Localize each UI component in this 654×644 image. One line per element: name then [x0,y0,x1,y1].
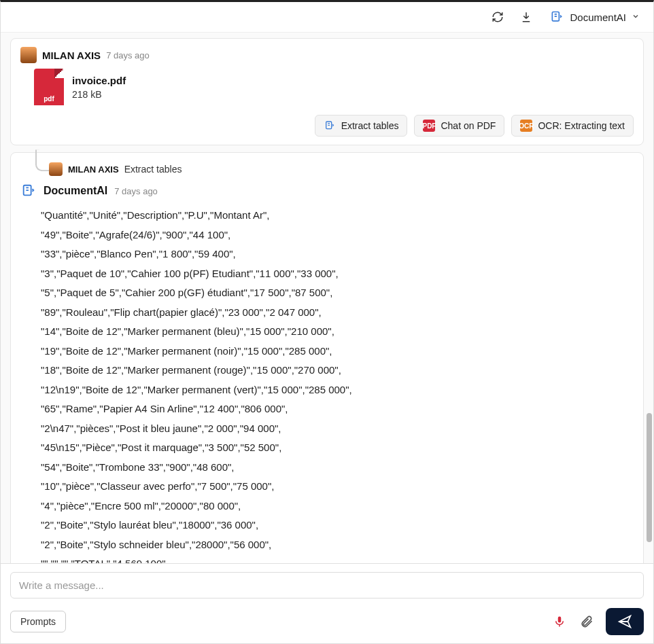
table-row: "2","Boite","Stylo lauréat bleu","18000"… [41,516,634,535]
download-icon[interactable] [515,6,537,28]
top-toolbar: DocumentAI [1,2,653,33]
prompts-button[interactable]: Prompts [10,611,66,632]
bot-reply: MILAN AXIS Extract tables DocumentAI 7 d… [10,152,644,563]
quote-avatar [49,162,63,176]
refresh-icon[interactable] [487,6,509,28]
table-row: "Quantité","Unité","Description","P.U","… [41,206,634,226]
table-row: "2\n47","pièces","Post it bleu jaune","2… [41,419,634,439]
composer: Prompts [1,563,653,643]
model-select[interactable]: DocumentAI [544,7,645,27]
user-message: MILAN AXIS 7 days ago pdf invoice.pdf 21… [10,38,644,145]
table-row: "89","Rouleau","Flip chart(papier glacé)… [41,303,634,323]
send-button[interactable] [606,608,644,635]
microphone-icon[interactable] [551,613,568,630]
chevron-down-icon [632,12,640,22]
bot-name: DocumentAI [44,185,107,197]
table-row: "54","Boite","Trombone 33","900","48 600… [41,458,634,478]
table-row: "19","Boite de 12","Marker permanent (no… [41,342,634,361]
message-timestamp: 7 days ago [106,50,150,60]
ocr-icon: OCR [520,120,532,132]
file-size: 218 kB [72,89,126,100]
file-attachment[interactable]: pdf invoice.pdf 218 kB [34,69,634,105]
chat-pdf-button[interactable]: PDF Chat on PDF [414,115,504,137]
scrollbar-thumb[interactable] [647,413,652,542]
table-row: "18","Boite de 12","Marker permanent (ro… [41,361,634,380]
table-row: "14","Boite de 12","Marker permanent (bl… [41,322,634,342]
bot-body: "Quantité","Unité","Description","P.U","… [41,206,634,563]
table-row: "45\n15","Pièce","Post it marquage","3 5… [41,438,634,458]
table-row: "3","Paquet de 10","Cahier 100 p(PF) Etu… [41,264,634,284]
message-input[interactable] [10,572,644,598]
table-row: "4","pièce","Encre 500 ml","20000","80 0… [41,497,634,516]
extract-tables-button[interactable]: Extract tables [315,115,408,137]
paperclip-icon[interactable] [579,613,595,630]
table-row: "49","Boite","Agrafe(24/6)","900","44 10… [41,226,634,245]
chat-area: MILAN AXIS 7 days ago pdf invoice.pdf 21… [1,33,653,563]
table-row: "12\n19","Boite de 12","Marker permanent… [41,380,634,400]
sender-name: MILAN AXIS [42,50,101,61]
quoted-text: Extract tables [124,164,182,175]
table-row: "33","pièce","Blanco Pen","1 800","59 40… [41,245,634,264]
svg-rect-3 [558,617,562,623]
user-avatar [20,47,37,63]
quote-sender: MILAN AXIS [68,164,119,175]
model-icon [549,10,564,24]
pdf-icon: pdf [34,69,64,105]
file-name: invoice.pdf [72,75,126,86]
model-name: DocumentAI [570,12,626,23]
table-row: "","","","TOTAL","4 569 100", [41,554,634,563]
table-row: "5","Paquet de 5","Cahier 200 p(GF) étud… [41,283,634,303]
table-row: "10","pièce","Classeur avec perfo","7 50… [41,477,634,497]
bot-icon [20,183,37,199]
reply-quote: MILAN AXIS Extract tables [49,162,634,176]
pdf-badge-icon: PDF [423,120,435,132]
table-icon [324,120,336,132]
table-row: "65","Rame","Papier A4 Sin Arline","12 4… [41,399,634,419]
table-row: "2","Boite","Stylo schneider bleu","2800… [41,535,634,555]
ocr-button[interactable]: OCR OCR: Extracting text [511,115,634,137]
bot-timestamp: 7 days ago [114,186,158,196]
